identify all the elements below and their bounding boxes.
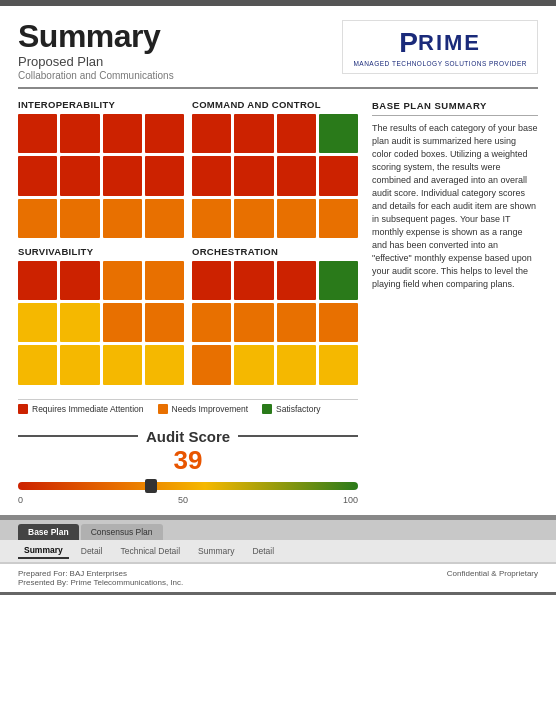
legend-box-red — [18, 404, 28, 414]
grid-title-interoperability: INTEROPERABILITY — [18, 99, 184, 110]
grid-cell-command_control-2-0 — [192, 199, 231, 238]
legend: Requires Immediate Attention Needs Impro… — [18, 399, 358, 418]
legend-label-red: Requires Immediate Attention — [32, 404, 144, 414]
grid-cell-survivability-0-0 — [18, 261, 57, 300]
page-tab-2[interactable]: Technical Detail — [114, 544, 186, 558]
logo-box: PRIME MANAGED TECHNOLOGY SOLUTIONS PROVI… — [342, 20, 538, 74]
color-grid-orchestration — [192, 261, 358, 385]
grid-cell-command_control-2-1 — [234, 199, 273, 238]
color-grid-interoperability — [18, 114, 184, 238]
header-left: Summary Proposed Plan Collaboration and … — [18, 20, 174, 81]
grid-cell-orchestration-0-0 — [192, 261, 231, 300]
legend-box-green — [262, 404, 272, 414]
score-min: 0 — [18, 495, 23, 505]
score-bar-container — [18, 479, 358, 493]
grid-cell-interoperability-2-1 — [60, 199, 99, 238]
grid-title-orchestration: ORCHESTRATION — [192, 246, 358, 257]
grid-section-survivability: SURVIVABILITY — [18, 246, 184, 385]
page-tab-1[interactable]: Detail — [75, 544, 109, 558]
plans-tabs-container: Base PlanConsensus Plan — [0, 520, 556, 540]
score-max: 100 — [343, 495, 358, 505]
grid-cell-command_control-1-0 — [192, 156, 231, 195]
footer-left: Prepared For: BAJ Enterprises Presented … — [18, 569, 183, 587]
grid-cell-interoperability-2-0 — [18, 199, 57, 238]
grid-cell-interoperability-0-0 — [18, 114, 57, 153]
left-panel: INTEROPERABILITYCOMMAND AND CONTROLSURVI… — [18, 99, 358, 505]
footer-info: Prepared For: BAJ Enterprises Presented … — [0, 563, 556, 592]
grid-cell-interoperability-1-3 — [145, 156, 184, 195]
grid-cell-orchestration-2-1 — [234, 345, 273, 384]
grid-cell-interoperability-1-1 — [60, 156, 99, 195]
score-marker — [145, 479, 157, 493]
grid-cell-command_control-1-2 — [277, 156, 316, 195]
grid-cell-interoperability-1-0 — [18, 156, 57, 195]
grid-cell-orchestration-2-3 — [319, 345, 358, 384]
right-panel: BASE PLAN SUMMARY The results of each ca… — [372, 99, 538, 505]
page-tab-3[interactable]: Summary — [192, 544, 240, 558]
grid-section-command_control: COMMAND AND CONTROL — [192, 99, 358, 238]
grid-cell-orchestration-1-0 — [192, 303, 231, 342]
grid-cell-survivability-1-3 — [145, 303, 184, 342]
grid-cell-survivability-2-1 — [60, 345, 99, 384]
grid-cell-orchestration-1-3 — [319, 303, 358, 342]
grid-title-command_control: COMMAND AND CONTROL — [192, 99, 358, 110]
color-grid-survivability — [18, 261, 184, 385]
audit-score-number: 39 — [18, 447, 358, 473]
confidential: Confidential & Proprietary — [447, 569, 538, 587]
grid-cell-survivability-2-0 — [18, 345, 57, 384]
plan-tab-consensus-plan[interactable]: Consensus Plan — [81, 524, 163, 540]
grid-section-orchestration: ORCHESTRATION — [192, 246, 358, 385]
sub-label: Collaboration and Communications — [18, 70, 174, 81]
logo-prime: PRIME — [399, 27, 481, 59]
grid-cell-command_control-0-2 — [277, 114, 316, 153]
grid-cell-command_control-1-3 — [319, 156, 358, 195]
grid-cell-interoperability-2-2 — [103, 199, 142, 238]
grid-cell-orchestration-1-1 — [234, 303, 273, 342]
footer-section: Base PlanConsensus Plan SummaryDetailTec… — [0, 515, 556, 592]
grid-cell-interoperability-1-2 — [103, 156, 142, 195]
legend-label-orange: Needs Improvement — [172, 404, 249, 414]
page-title: Summary — [18, 20, 174, 52]
grid-section-interoperability: INTEROPERABILITY — [18, 99, 184, 238]
grid-cell-interoperability-0-2 — [103, 114, 142, 153]
grid-cell-survivability-2-2 — [103, 345, 142, 384]
audit-score-text: Audit Score — [146, 428, 230, 445]
plan-tab-base-plan[interactable]: Base Plan — [18, 524, 79, 540]
grid-cell-orchestration-0-3 — [319, 261, 358, 300]
grid-cell-orchestration-2-0 — [192, 345, 231, 384]
grid-cell-command_control-2-2 — [277, 199, 316, 238]
page-tabs-row: SummaryDetailTechnical DetailSummaryDeta… — [0, 540, 556, 563]
prepared-for: Prepared For: BAJ Enterprises — [18, 569, 183, 578]
grid-cell-orchestration-2-2 — [277, 345, 316, 384]
grid-title-survivability: SURVIVABILITY — [18, 246, 184, 257]
color-grid-command_control — [192, 114, 358, 238]
legend-label-green: Satisfactory — [276, 404, 320, 414]
grid-cell-interoperability-0-1 — [60, 114, 99, 153]
score-bar-labels: 0 50 100 — [18, 495, 358, 505]
bottom-bar — [0, 592, 556, 595]
right-panel-body: The results of each category of your bas… — [372, 122, 538, 292]
grid-cell-command_control-0-0 — [192, 114, 231, 153]
grid-cell-command_control-0-1 — [234, 114, 273, 153]
grid-cell-survivability-1-2 — [103, 303, 142, 342]
logo-p: P — [399, 27, 420, 59]
proposed-label: Proposed Plan — [18, 54, 174, 69]
audit-score-label: Audit Score — [18, 428, 358, 445]
legend-box-orange — [158, 404, 168, 414]
grid-cell-command_control-1-1 — [234, 156, 273, 195]
grid-cell-survivability-0-1 — [60, 261, 99, 300]
page-tab-0[interactable]: Summary — [18, 543, 69, 559]
grid-cell-interoperability-2-3 — [145, 199, 184, 238]
grid-cell-survivability-0-3 — [145, 261, 184, 300]
header-area: Summary Proposed Plan Collaboration and … — [0, 6, 556, 87]
page-tab-4[interactable]: Detail — [246, 544, 280, 558]
logo-area: PRIME MANAGED TECHNOLOGY SOLUTIONS PROVI… — [342, 20, 538, 74]
grid-cell-command_control-2-3 — [319, 199, 358, 238]
logo-tagline: MANAGED TECHNOLOGY SOLUTIONS PROVIDER — [353, 60, 527, 67]
presented-by: Presented By: Prime Telecommunications, … — [18, 578, 183, 587]
grid-cell-orchestration-0-1 — [234, 261, 273, 300]
grid-cell-survivability-0-2 — [103, 261, 142, 300]
legend-item-orange: Needs Improvement — [158, 404, 249, 414]
audit-score-section: Audit Score 39 0 50 100 — [18, 428, 358, 505]
main-content: INTEROPERABILITYCOMMAND AND CONTROLSURVI… — [0, 89, 556, 505]
